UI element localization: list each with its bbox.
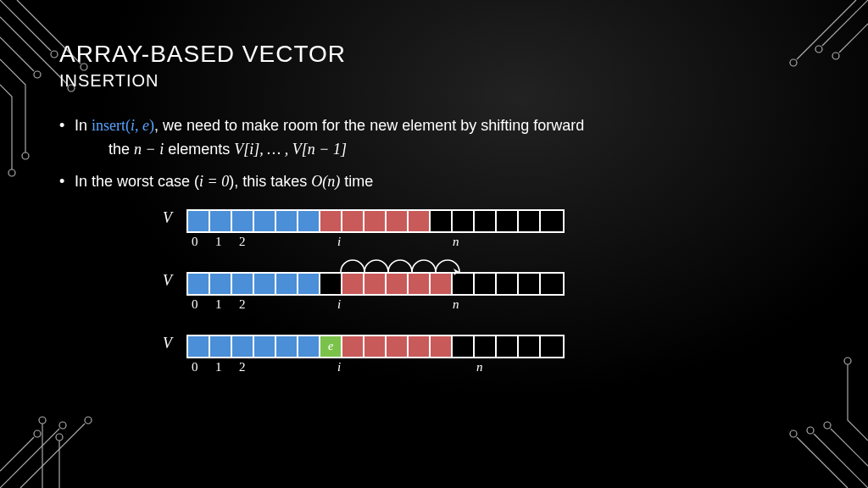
array-cell [453,211,475,231]
array-cell [342,211,364,231]
index-n: n [453,235,459,249]
array-cell [298,211,320,231]
bullet-list: In insert(i, e), we need to make room fo… [59,114,809,194]
array-cell [431,211,453,231]
array-cell [188,211,210,231]
array-cell [387,336,409,357]
array-cell [497,211,519,231]
array-cell [475,211,497,231]
svg-point-16 [790,430,797,437]
fn-name: insert( [92,117,131,134]
svg-point-15 [824,422,831,429]
array-cell [453,336,475,357]
array-cells: e [186,335,565,358]
array-cell [188,336,210,357]
math: V[i], … , V[n − 1] [234,141,347,158]
array-row-3: V e 0 1 2 i n [186,335,809,374]
array-cell [519,336,541,357]
array-cell [232,211,254,231]
text: the [108,141,134,158]
text: ), this takes [229,173,311,190]
array-cell [409,211,431,231]
text: In the worst case ( [75,173,199,190]
math: O(n) [311,173,340,190]
array-indices: 0 1 2 i n [186,358,809,374]
index: 2 [239,235,246,249]
svg-point-11 [34,430,41,437]
text: In [75,117,92,134]
array-indices: 0 1 2 i n [186,296,809,311]
fn-args: i, e [131,117,149,134]
index-i: i [337,235,341,249]
bullet-1-line2: the n − i elements V[i], … , V[n − 1] [75,138,809,162]
index-n: n [476,360,483,374]
index: 2 [239,360,246,374]
array-cell [409,336,431,357]
array-cell [519,211,541,231]
array-cell [342,336,364,357]
text: elements [164,141,234,158]
array-cell [276,211,298,231]
svg-point-13 [56,434,63,441]
index: 0 [192,360,198,374]
index: 1 [215,235,222,249]
array-cell [387,211,409,231]
math: i = 0 [199,173,229,190]
index-i: i [337,297,341,312]
array-cell [541,211,563,231]
array-cell [364,211,387,231]
array-cell [298,336,320,357]
svg-point-12 [39,417,46,424]
array-cell [475,336,497,357]
slide-title: ARRAY-BASED VECTOR [59,41,809,68]
bullet-2: In the worst case (i = 0), this takes O(… [59,170,809,194]
index: 0 [192,297,198,312]
array-indices: 0 1 2 i n [186,233,809,248]
index: 1 [215,360,222,374]
array-cell [210,336,232,357]
index: 0 [192,235,198,249]
array-cell [254,211,276,231]
array-cell [431,336,453,357]
array-label: V [163,272,172,290]
array-cell [541,336,563,357]
array-cell: e [320,336,342,357]
array-row-2: V 0 1 2 i n [186,272,809,311]
text: time [340,173,373,190]
array-label: V [163,335,172,352]
array-cell [232,336,254,357]
array-cell [254,336,276,357]
array-diagrams: V 0 1 2 i n [186,209,809,374]
index-n: n [453,297,459,312]
array-label: V [163,209,172,227]
slide-content: ARRAY-BASED VECTOR INSERTION In insert(i… [0,0,868,374]
array-cells [186,209,565,233]
index: 2 [239,297,246,312]
array-cell [364,336,387,357]
array-cell [210,211,232,231]
shift-arcs [186,253,695,279]
array-cell [276,336,298,357]
math: n − i [134,141,164,158]
slide-subtitle: INSERTION [59,71,809,91]
svg-point-9 [59,422,66,429]
index: 1 [215,297,222,312]
index-i: i [337,360,341,374]
array-cell [320,211,342,231]
bullet-1: In insert(i, e), we need to make room fo… [59,114,809,162]
svg-point-14 [807,427,814,434]
array-cell [497,336,519,357]
text: , we need to make room for the new eleme… [154,117,584,134]
svg-point-10 [85,417,92,424]
array-row-1: V 0 1 2 i n [186,209,809,248]
